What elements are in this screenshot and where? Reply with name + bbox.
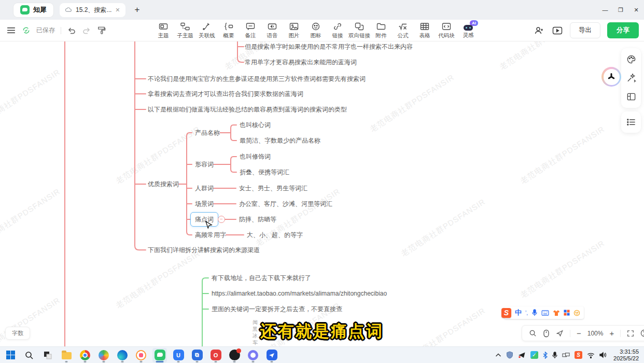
- tab-close-icon[interactable]: ✕: [115, 7, 120, 13]
- telegram-icon[interactable]: [518, 352, 526, 358]
- app-home-button[interactable]: 知犀: [13, 3, 53, 17]
- tool-link[interactable]: 链接: [327, 20, 348, 41]
- new-tab-button[interactable]: +: [135, 5, 140, 15]
- mindmap-node[interactable]: 女士、男士、男生等词汇: [239, 184, 307, 192]
- display-duplicate-icon[interactable]: [562, 352, 570, 358]
- minimize-button[interactable]: —: [597, 7, 613, 13]
- mindmap-node[interactable]: 办公室、客厅、沙滩、河里等词汇: [239, 200, 332, 208]
- video-tutorial-icon[interactable]: [552, 25, 563, 36]
- lang-mode-icon[interactable]: 中: [515, 308, 522, 317]
- theme-palette-icon[interactable]: [626, 54, 636, 64]
- dark-app-notification-icon[interactable]: [227, 348, 242, 362]
- magic-wand-icon[interactable]: [626, 73, 636, 83]
- tool-subtopic[interactable]: 子主题: [174, 20, 196, 41]
- search-icon[interactable]: [529, 329, 537, 337]
- menu-icon[interactable]: [6, 25, 16, 35]
- mindmap-node[interactable]: 但是搜索单字时如果使用的是不常用字也一样搜索不出来内容: [245, 43, 413, 51]
- word-count-badge[interactable]: 字数: [5, 327, 30, 340]
- mindmap-node[interactable]: 不论我们是使用淘宝官方的生意参谋还是使用第三方软件查词都需要先有搜索词: [148, 75, 366, 83]
- collapse-button[interactable]: −: [218, 216, 225, 223]
- tool-code-block[interactable]: 代码块: [436, 20, 457, 41]
- undo-icon[interactable]: [67, 26, 76, 35]
- taskbar-clock[interactable]: 3:31:55 2025/5/22: [613, 348, 639, 362]
- mindmap-node[interactable]: 下面我们详细拆分讲解搜索词的来源渠道: [148, 246, 260, 254]
- tool-summary[interactable]: 概要: [218, 20, 240, 41]
- sogou-logo-icon[interactable]: S: [501, 308, 511, 318]
- document-tab[interactable]: 15.2、搜索... ✕: [60, 3, 125, 17]
- file-explorer-icon[interactable]: [59, 348, 74, 362]
- blue-u-app-icon[interactable]: U: [171, 348, 186, 362]
- wifi-icon[interactable]: [587, 352, 595, 358]
- skin-shirt-icon[interactable]: [553, 310, 560, 316]
- security-shield-icon[interactable]: [506, 351, 513, 359]
- red-o-app-icon[interactable]: O: [208, 348, 223, 362]
- mindmap-node-pain-selected[interactable]: 痛点词: [190, 212, 218, 227]
- ai-assistant-button[interactable]: [601, 67, 621, 87]
- mindmap-node[interactable]: 防摔、防晒等: [239, 215, 276, 224]
- fullscreen-icon[interactable]: [627, 330, 634, 337]
- tray-mic-icon[interactable]: [552, 352, 557, 359]
- tool-table[interactable]: 表格: [414, 20, 436, 41]
- punctuation-mode-icon[interactable]: ’,: [525, 310, 528, 316]
- mindmap-node[interactable]: 常用单字才更容易搜索出来能用的蓝海词: [245, 58, 357, 66]
- outline-list-icon[interactable]: [626, 117, 636, 127]
- export-button[interactable]: 导出: [570, 22, 600, 38]
- tool-voice[interactable]: 语音: [261, 20, 283, 41]
- mindmap-node[interactable]: 里面的关键词一定要拆开之后去查，不要直接查: [212, 305, 342, 313]
- tool-inspiration-ai[interactable]: AI 灵感: [457, 20, 479, 41]
- tool-bidirectional-link[interactable]: 双向链接: [348, 20, 370, 41]
- bluetooth-icon[interactable]: [543, 352, 548, 359]
- emoji-face-icon[interactable]: [573, 310, 580, 316]
- mindmap-node[interactable]: 人群词: [195, 184, 214, 192]
- taskbar-search-icon[interactable]: [22, 348, 36, 362]
- help-icon[interactable]: [640, 329, 644, 337]
- format-painter-icon[interactable]: [97, 26, 106, 35]
- mindmap-node[interactable]: 场景词: [195, 200, 214, 208]
- blue-plane-app-icon[interactable]: [264, 348, 279, 362]
- green-check-app-icon[interactable]: ✓: [530, 351, 538, 359]
- mindmap-node-quality[interactable]: 优质搜索词: [148, 180, 179, 188]
- mindmap-node[interactable]: 也叫修饰词: [240, 152, 271, 161]
- tool-topic[interactable]: 主题: [152, 20, 174, 41]
- browser-360-icon[interactable]: [96, 348, 111, 362]
- tool-attachment[interactable]: 附件: [370, 20, 392, 41]
- mindmap-node[interactable]: 折叠、便携等词汇: [240, 168, 289, 176]
- collaborators-icon[interactable]: [534, 25, 545, 36]
- mic-icon[interactable]: [531, 309, 538, 316]
- mindmap-node[interactable]: 也叫核心词: [240, 121, 271, 129]
- mindmap-node[interactable]: 有下载地址，自己去下载下来就行了: [212, 274, 311, 282]
- mindmap-node[interactable]: 产品名称: [195, 129, 220, 137]
- mindmap-node[interactable]: 最简洁、字数最少的产品名称: [240, 136, 320, 145]
- mindmap-node[interactable]: 形容词: [195, 160, 214, 169]
- keyboard-icon[interactable]: [541, 310, 549, 316]
- zhixi-app-icon[interactable]: [152, 348, 167, 362]
- zoom-out-button[interactable]: −: [577, 329, 581, 338]
- close-button[interactable]: ✕: [628, 7, 644, 13]
- chrome-icon[interactable]: [78, 348, 92, 362]
- tool-image[interactable]: 图片: [283, 20, 305, 41]
- layout-structure-icon[interactable]: [626, 92, 636, 102]
- mindmap-canvas[interactable]: 老范电商社群PDSFANSIR 老范电商社群PDSFANSIR 老范电商社群PD…: [0, 41, 644, 346]
- task-view-icon[interactable]: [40, 348, 55, 362]
- toolbox-grid-icon[interactable]: [564, 310, 570, 316]
- volume-icon[interactable]: [599, 352, 607, 358]
- orange-app-icon[interactable]: [134, 348, 148, 362]
- tray-expand-icon[interactable]: [495, 353, 501, 357]
- edge-icon[interactable]: [115, 348, 130, 362]
- tool-formula[interactable]: 公式: [392, 20, 414, 41]
- zoom-in-button[interactable]: +: [609, 329, 614, 338]
- mindmap-node[interactable]: 拿着搜索词去查词才可以查出符合我们要求数据的蓝海词: [148, 90, 303, 98]
- tray-sogou-icon[interactable]: S: [575, 351, 582, 359]
- restore-button[interactable]: ❐: [613, 7, 628, 13]
- tool-icon-emoji[interactable]: 图标: [305, 20, 327, 41]
- mindmap-node[interactable]: https://alimarket.taobao.com/markets/ali…: [212, 289, 387, 298]
- share-button[interactable]: 分享: [607, 22, 639, 38]
- mouse-mode-icon[interactable]: [543, 329, 550, 338]
- navigate-icon[interactable]: [556, 329, 564, 337]
- window-overlap-app-icon[interactable]: ⧉: [190, 348, 204, 362]
- mindmap-node[interactable]: 大、小、超、的等字: [247, 231, 303, 239]
- redo-icon[interactable]: [82, 26, 91, 35]
- mindmap-node[interactable]: 以下是根据咱们做蓝海玩法经验总结的最容易查到蓝海词的搜索词的类型: [148, 105, 347, 114]
- mindmap-node[interactable]: 高频常用字: [195, 231, 226, 239]
- start-button[interactable]: [3, 348, 18, 362]
